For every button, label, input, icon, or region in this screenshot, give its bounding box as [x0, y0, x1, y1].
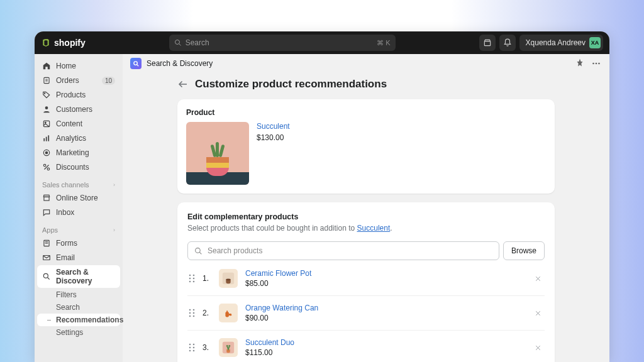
svg-point-38 — [193, 281, 195, 283]
sidebar: Home Orders 10 Products Customers Conten… — [35, 54, 123, 362]
chat-icon — [42, 208, 51, 217]
search-icon — [174, 39, 182, 47]
svg-point-31 — [196, 248, 201, 253]
svg-point-43 — [189, 309, 191, 311]
topbar: shopify Search ⌘ K Xquenda Andreev XA — [35, 31, 609, 54]
drag-handle-icon[interactable] — [189, 343, 195, 352]
pin-icon[interactable] — [574, 58, 586, 69]
svg-rect-10 — [43, 138, 45, 141]
remove-button[interactable] — [532, 342, 543, 353]
main-content: Search & Discovery Customize product rec… — [123, 54, 609, 362]
remove-button[interactable] — [532, 307, 543, 319]
sidebar-section-channels[interactable]: Sales channels › — [37, 175, 120, 191]
sidebar-sub-settings[interactable]: Settings — [37, 326, 120, 339]
order-number: 1. — [203, 274, 211, 283]
search-shortcut: ⌘ K — [377, 39, 390, 47]
complementary-price: $90.00 — [245, 314, 318, 322]
complementary-row: 2. Orange Watering Can $90.00 — [187, 295, 545, 325]
sidebar-item-products[interactable]: Products — [37, 88, 120, 102]
notifications-button[interactable] — [499, 35, 516, 51]
svg-point-60 — [226, 345, 228, 347]
product-price: $130.00 — [257, 133, 290, 142]
search-placeholder: Search — [186, 38, 209, 47]
app-name: Search & Discovery — [147, 59, 213, 68]
app-shell: shopify Search ⌘ K Xquenda Andreev XA H — [35, 31, 609, 362]
complementary-thumb — [219, 269, 238, 288]
product-link-inline[interactable]: Succulent — [357, 224, 391, 233]
back-arrow-icon[interactable] — [177, 79, 189, 90]
store-icon — [483, 38, 492, 47]
sidebar-item-home[interactable]: Home — [37, 59, 120, 73]
svg-point-48 — [193, 315, 195, 317]
product-name-link[interactable]: Succulent — [257, 122, 290, 131]
svg-point-14 — [45, 151, 48, 154]
drag-handle-icon[interactable] — [189, 309, 195, 317]
global-search[interactable]: Search ⌘ K — [169, 35, 396, 51]
complementary-name-link[interactable]: Ceramic Flower Pot — [245, 269, 311, 278]
page-title: Customize product recommendations — [195, 78, 387, 90]
remove-button[interactable] — [532, 273, 543, 284]
search-icon — [42, 272, 51, 281]
order-number: 2. — [203, 309, 211, 317]
bell-icon — [503, 38, 512, 47]
sidebar-item-inbox[interactable]: Inbox — [37, 206, 120, 219]
complementary-row: 1. Ceramic Flower Pot $85.00 — [187, 266, 545, 290]
sidebar-item-orders[interactable]: Orders 10 — [37, 74, 120, 87]
sidebar-item-content[interactable]: Content — [37, 117, 120, 131]
app-icon — [130, 58, 142, 69]
svg-rect-12 — [48, 135, 49, 141]
page-content: Customize product recommendations Produc… — [177, 73, 555, 362]
complementary-card: Edit complementary products Select produ… — [177, 202, 555, 362]
svg-point-27 — [592, 63, 594, 65]
user-icon — [42, 105, 51, 114]
sidebar-item-discounts[interactable]: Discounts — [37, 160, 120, 174]
orders-icon — [42, 76, 51, 85]
product-search-input[interactable]: Search products — [187, 241, 499, 260]
sidebar-sub-search[interactable]: Search — [37, 301, 120, 314]
sidebar-section-apps[interactable]: Apps › — [37, 220, 120, 236]
email-icon — [42, 253, 51, 262]
svg-point-61 — [228, 345, 230, 347]
brand-logo[interactable]: shopify — [41, 38, 86, 48]
sidebar-sub-recommendations[interactable]: Recommendations — [37, 314, 120, 326]
svg-point-16 — [47, 168, 50, 170]
more-icon[interactable] — [591, 58, 602, 69]
sidebar-item-marketing[interactable]: Marketing — [37, 146, 120, 160]
sidebar-item-customers[interactable]: Customers — [37, 102, 120, 116]
sidebar-item-online-store[interactable]: Online Store — [37, 191, 120, 205]
pos-icon-button[interactable] — [479, 35, 496, 51]
edit-title: Edit complementary products — [187, 212, 545, 221]
sidebar-item-search-discovery[interactable]: Search & Discovery — [37, 265, 120, 288]
complementary-row: 3. Succulent Duo $115.00 — [187, 330, 545, 359]
svg-point-53 — [189, 344, 191, 346]
percent-icon — [42, 163, 51, 172]
user-menu[interactable]: Xquenda Andreev XA — [519, 35, 603, 51]
search-icon — [133, 60, 140, 67]
store-icon — [42, 194, 51, 202]
image-icon — [42, 119, 51, 128]
sidebar-sub-filters[interactable]: Filters — [37, 288, 120, 301]
svg-line-26 — [136, 64, 138, 65]
complementary-name-link[interactable]: Succulent Duo — [245, 338, 294, 347]
search-icon — [194, 247, 203, 255]
svg-point-54 — [193, 344, 195, 346]
orders-badge: 10 — [102, 77, 115, 85]
svg-point-47 — [189, 315, 191, 317]
sidebar-item-analytics[interactable]: Analytics — [37, 131, 120, 145]
svg-point-37 — [189, 281, 191, 283]
sidebar-item-email[interactable]: Email — [37, 251, 120, 265]
complementary-name-link[interactable]: Orange Watering Can — [245, 304, 318, 312]
sidebar-item-forms[interactable]: Forms — [37, 236, 120, 250]
svg-point-40 — [226, 278, 230, 280]
svg-point-33 — [189, 275, 191, 277]
complementary-price: $115.00 — [245, 348, 294, 357]
browse-button[interactable]: Browse — [503, 241, 545, 260]
svg-point-0 — [175, 40, 179, 45]
svg-point-46 — [193, 312, 195, 314]
complementary-thumb — [219, 304, 238, 322]
topbar-right: Xquenda Andreev XA — [479, 35, 603, 51]
drag-handle-icon[interactable] — [189, 274, 195, 283]
svg-point-29 — [598, 63, 600, 65]
svg-line-17 — [45, 165, 49, 170]
chevron-right-icon: › — [113, 227, 115, 233]
